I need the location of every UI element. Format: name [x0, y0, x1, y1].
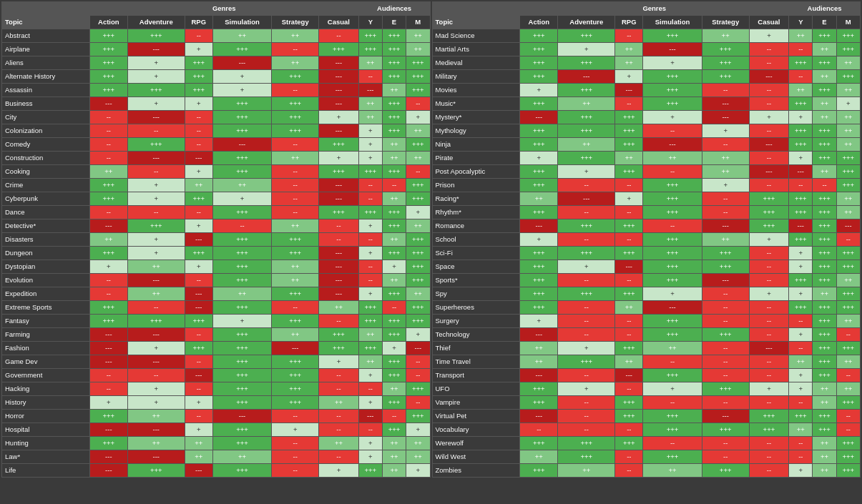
- m-cell: +++: [406, 233, 430, 247]
- strategy-cell: --: [272, 192, 319, 206]
- rpg-col-header-left: RPG: [185, 16, 212, 29]
- strategy-cell: ++: [272, 328, 319, 342]
- rpg-cell: ++: [615, 301, 643, 315]
- topic-cell: Ninja: [432, 138, 520, 152]
- casual-cell: +: [749, 287, 789, 301]
- m-cell: --: [406, 97, 430, 111]
- y-cell: --: [789, 396, 813, 410]
- casual-cell: +++: [319, 43, 359, 56]
- adventure-cell: +: [127, 97, 185, 111]
- topic-cell: Rhythm*: [432, 206, 520, 219]
- strategy-cell: --: [702, 138, 749, 152]
- y-cell: ++: [789, 29, 813, 43]
- y-cell: +: [789, 152, 813, 165]
- action-cell: --: [89, 152, 127, 165]
- action-cell: +++: [89, 410, 127, 423]
- topic-cell: Medieval: [432, 56, 520, 70]
- rpg-cell: ++: [185, 450, 212, 464]
- adventure-cell: +++: [127, 29, 185, 43]
- m-cell: +: [406, 464, 430, 478]
- strategy-cell: +: [702, 124, 749, 138]
- simulation-cell: +: [643, 56, 702, 70]
- table-row: Dungeon+++++++++++++---+++++++: [2, 247, 431, 260]
- e-cell: ++: [382, 464, 406, 478]
- table-row: History+++++++++++++++--: [2, 396, 431, 410]
- table-row: Assassin++++++++++--------+++++: [2, 84, 431, 97]
- strategy-cell: ++: [702, 233, 749, 247]
- casual-cell: --: [749, 274, 789, 287]
- m-col-header-left: M: [406, 16, 430, 29]
- e-cell: +++: [813, 301, 836, 315]
- y-cell: +++: [358, 315, 382, 328]
- adventure-cell: ---: [558, 70, 615, 84]
- action-cell: ---: [520, 410, 558, 423]
- topic-cell: Vampire: [432, 396, 520, 410]
- casual-cell: --: [749, 260, 789, 274]
- left-panel: Genres Audiences Topic Action Adventure …: [1, 1, 431, 478]
- adventure-cell: --: [558, 179, 615, 192]
- adventure-cell: --: [558, 369, 615, 382]
- e-cell: ++: [813, 464, 836, 478]
- e-cell: ++: [382, 192, 406, 206]
- m-cell: +++: [836, 396, 860, 410]
- topic-cell: Fashion: [2, 342, 90, 355]
- y-cell: --: [789, 43, 813, 56]
- strategy-cell: +++: [702, 56, 749, 70]
- adventure-cell: ++: [127, 260, 185, 274]
- table-row: Hospital------+++++----++++: [2, 423, 431, 437]
- table-row: Pirate++++++++++--+++++++: [432, 152, 861, 165]
- topic-cell: Aliens: [2, 56, 90, 70]
- action-cell: +: [520, 152, 558, 165]
- rpg-cell: --: [615, 206, 643, 219]
- e-cell: +++: [382, 247, 406, 260]
- casual-cell: --: [749, 247, 789, 260]
- y-cell: ---: [358, 410, 382, 423]
- e-cell: +++: [382, 56, 406, 70]
- casual-cell: --: [749, 450, 789, 464]
- topic-cell: Technology: [432, 328, 520, 342]
- casual-cell: +: [749, 29, 789, 43]
- topic-cell: Music*: [432, 97, 520, 111]
- e-col-header-left: E: [382, 16, 406, 29]
- topic-cell: Military: [432, 70, 520, 84]
- e-cell: ++: [382, 138, 406, 152]
- m-cell: ++: [836, 138, 860, 152]
- topic-cell: City: [2, 111, 90, 124]
- e-cell: ++: [813, 396, 836, 410]
- table-row: Extreme Sports+++-----+++--+++++--+++: [2, 301, 431, 315]
- m-cell: ++: [836, 206, 860, 219]
- y-cell: +: [789, 111, 813, 124]
- m-cell: +++: [406, 179, 430, 192]
- action-cell: ++: [89, 165, 127, 179]
- action-cell: +++: [520, 287, 558, 301]
- rpg-cell: --: [615, 382, 643, 396]
- strategy-cell: ++: [272, 219, 319, 233]
- table-row: Mystery*---+++++++---++++++: [432, 111, 861, 124]
- group-header-row: Genres Audiences: [2, 2, 431, 16]
- simulation-cell: ---: [643, 43, 702, 56]
- casual-cell: +++: [319, 206, 359, 219]
- topic-cell: Spy: [432, 287, 520, 301]
- adventure-cell: +: [558, 165, 615, 179]
- casual-cell: --: [319, 410, 359, 423]
- table-row: Fashion---+++++++---+++++++---: [2, 342, 431, 355]
- strategy-cell: +++: [272, 355, 319, 369]
- topic-cell: Government: [2, 369, 90, 382]
- casual-cell: +++: [749, 423, 789, 437]
- strategy-cell: ++: [272, 29, 319, 43]
- simulation-cell: +++: [643, 179, 702, 192]
- table-row: Mad Science++++++--++++++++++++++: [432, 29, 861, 43]
- adventure-cell: ---: [127, 274, 185, 287]
- strategy-cell: +++: [702, 382, 749, 396]
- adventure-cell: +: [558, 382, 615, 396]
- action-cell: +++: [520, 437, 558, 450]
- table-row: Law*------++++----+++++: [2, 450, 431, 464]
- simulation-cell: +++: [643, 233, 702, 247]
- y-cell: ++: [789, 84, 813, 97]
- y-cell: ++: [358, 97, 382, 111]
- simulation-cell: --: [643, 124, 702, 138]
- m-cell: +++: [406, 301, 430, 315]
- e-cell: +++: [813, 206, 836, 219]
- strategy-cell: +: [272, 423, 319, 437]
- rpg-cell: ---: [185, 152, 212, 165]
